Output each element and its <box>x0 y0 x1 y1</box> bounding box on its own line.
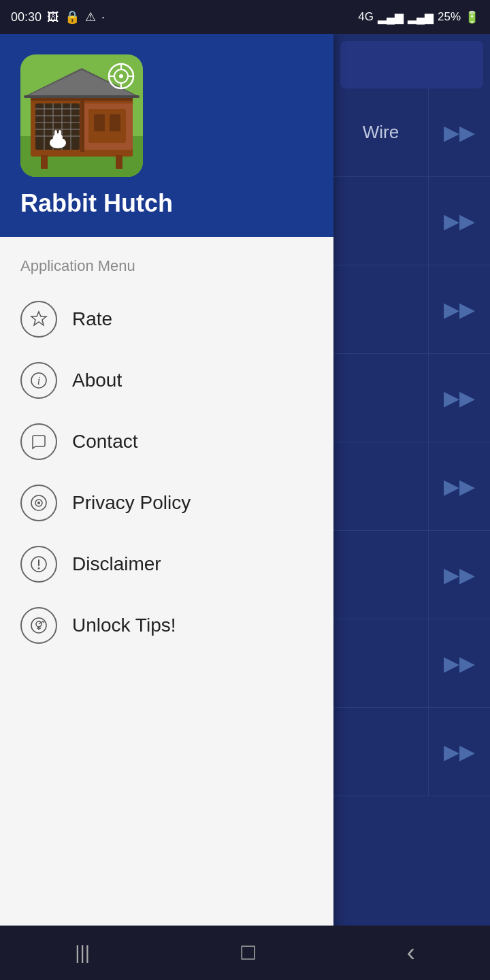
disclaimer-label: Disclaimer <box>72 553 161 575</box>
unlock-label: Unlock Tips! <box>72 615 176 636</box>
svg-rect-23 <box>116 155 122 169</box>
app-name: Rabbit Hutch <box>20 189 173 218</box>
bg-search-bar <box>340 41 483 88</box>
wire-label: Wire <box>333 88 429 176</box>
forward-arrow-icon: ▶▶ <box>444 563 475 587</box>
contact-label: Contact <box>72 431 138 453</box>
svg-text:i: i <box>37 375 40 387</box>
bg-row: ▶▶ <box>333 177 490 265</box>
forward-arrow-icon: ▶▶ <box>444 209 475 233</box>
bg-cell <box>333 619 429 707</box>
svg-point-44 <box>31 618 46 633</box>
forward-arrow-icon: ▶▶ <box>444 386 475 410</box>
bg-cell <box>333 531 429 619</box>
bg-cell <box>333 265 429 353</box>
rate-icon <box>20 301 57 338</box>
bg-arrow-cell[interactable]: ▶▶ <box>429 354 490 442</box>
bg-row: ▶▶ <box>333 531 490 619</box>
about-icon: i <box>20 362 57 399</box>
forward-arrow-icon: ▶▶ <box>444 297 475 321</box>
bg-arrow-cell[interactable]: ▶▶ <box>429 619 490 707</box>
app-icon-wrapper <box>20 54 143 177</box>
recent-apps-button[interactable]: ||| <box>75 942 90 964</box>
main-wrapper: Wire ▶▶ ▶▶ ▶▶ <box>0 34 490 980</box>
bg-row: Wire ▶▶ <box>333 88 490 177</box>
svg-rect-6 <box>24 95 140 98</box>
svg-marker-35 <box>31 312 46 325</box>
menu-section-label: Application Menu <box>0 250 333 289</box>
bg-cell <box>333 177 429 265</box>
bg-arrow-cell[interactable]: ▶▶ <box>429 708 490 796</box>
photo-icon: 🖼 <box>47 10 59 24</box>
about-label: About <box>72 370 122 391</box>
back-button[interactable]: ‹ <box>407 938 415 967</box>
status-time: 00:30 <box>11 10 42 24</box>
svg-rect-20 <box>110 114 120 131</box>
bg-cell <box>333 442 429 530</box>
drawer-menu: Application Menu Rate i About <box>0 237 333 980</box>
svg-point-40 <box>37 502 40 504</box>
menu-item-contact[interactable]: Contact <box>0 411 333 472</box>
bg-grid: Wire ▶▶ ▶▶ ▶▶ <box>333 88 490 796</box>
bg-arrow-cell[interactable]: ▶▶ <box>429 177 490 265</box>
network-type: 4G <box>358 10 374 24</box>
app-icon-illustration <box>20 54 143 177</box>
rate-label: Rate <box>72 308 112 330</box>
battery-icon: 🔋 <box>465 10 479 24</box>
bg-row: ▶▶ <box>333 619 490 708</box>
forward-arrow-icon: ▶▶ <box>444 120 475 144</box>
svg-line-49 <box>43 621 44 623</box>
home-button[interactable]: ☐ <box>240 942 257 964</box>
svg-point-27 <box>59 130 61 137</box>
signal-bars-icon: ▂▄▆ <box>378 10 404 24</box>
forward-arrow-icon: ▶▶ <box>444 474 475 498</box>
bg-row: ▶▶ <box>333 442 490 531</box>
bg-cell <box>333 354 429 442</box>
svg-point-26 <box>54 130 57 137</box>
contact-icon <box>20 423 57 460</box>
disclaimer-icon <box>20 546 57 583</box>
navigation-bar: ||| ☐ ‹ <box>0 926 490 980</box>
warning-icon: ⚠ <box>85 10 96 24</box>
bg-arrow-cell[interactable]: ▶▶ <box>429 531 490 619</box>
svg-point-25 <box>53 133 63 142</box>
svg-point-43 <box>38 568 40 570</box>
privacy-label: Privacy Policy <box>72 492 191 514</box>
privacy-icon <box>20 485 57 521</box>
unlock-icon <box>20 607 57 644</box>
menu-item-unlock[interactable]: Unlock Tips! <box>0 595 333 656</box>
bg-row: ▶▶ <box>333 708 490 796</box>
dot-icon: · <box>101 10 105 24</box>
menu-item-disclaimer[interactable]: Disclaimer <box>0 534 333 595</box>
forward-arrow-icon: ▶▶ <box>444 740 475 764</box>
bg-arrow-cell[interactable]: ▶▶ <box>429 265 490 353</box>
battery-percent: 25% <box>438 10 461 24</box>
bg-app-content: Wire ▶▶ ▶▶ ▶▶ <box>333 34 490 980</box>
drawer-header: Rabbit Hutch <box>0 34 333 237</box>
svg-rect-22 <box>41 155 48 169</box>
status-bar: 00:30 🖼 🔒 ⚠ · 4G ▂▄▆ ▂▄▆ 25% 🔋 <box>0 0 490 34</box>
menu-item-privacy[interactable]: Privacy Policy <box>0 472 333 534</box>
navigation-drawer: Rabbit Hutch Application Menu Rate <box>0 34 333 980</box>
status-right: 4G ▂▄▆ ▂▄▆ 25% 🔋 <box>358 10 479 24</box>
bg-row: ▶▶ <box>333 354 490 442</box>
menu-item-rate[interactable]: Rate <box>0 289 333 350</box>
svg-rect-19 <box>94 114 105 131</box>
svg-point-30 <box>119 74 123 78</box>
forward-arrow-icon: ▶▶ <box>444 651 475 675</box>
signal-bars2-icon: ▂▄▆ <box>408 10 434 24</box>
bg-row: ▶▶ <box>333 265 490 354</box>
lock-status-icon: 🔒 <box>65 10 80 24</box>
bg-cell <box>333 708 429 796</box>
svg-rect-21 <box>80 101 84 152</box>
bg-arrow-cell[interactable]: ▶▶ <box>429 442 490 530</box>
bg-arrow-cell[interactable]: ▶▶ <box>429 88 490 176</box>
status-left: 00:30 🖼 🔒 ⚠ · <box>11 10 105 24</box>
menu-item-about[interactable]: i About <box>0 350 333 411</box>
